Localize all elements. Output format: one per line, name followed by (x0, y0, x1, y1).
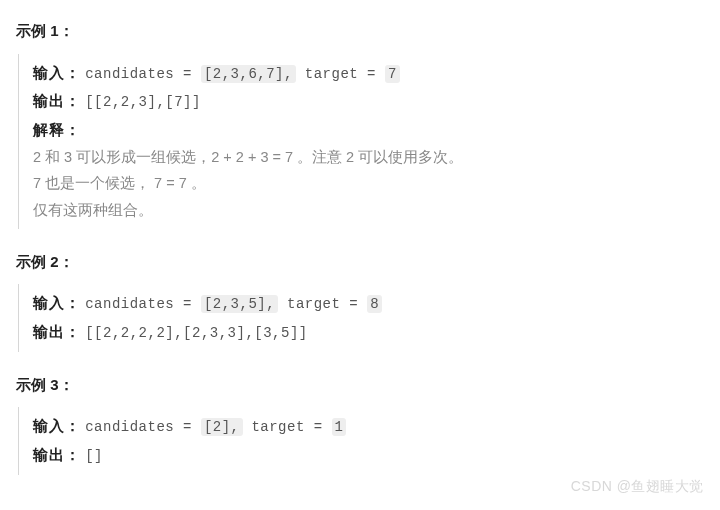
input-mid: target = (296, 66, 385, 82)
input-highlight-2: 7 (385, 65, 400, 83)
input-highlight-2: 8 (367, 295, 382, 313)
output-row: 输出： [[2,2,2,2],[2,3,3],[3,5]] (33, 319, 704, 346)
explain-row: 解释： (33, 117, 704, 143)
input-label: 输入： (33, 417, 81, 434)
explain-line: 2 和 3 可以形成一组候选，2 + 2 + 3 = 7 。注意 2 可以使用多… (33, 145, 704, 170)
example-heading: 示例 3： (16, 372, 704, 398)
example-block: 输入： candidates = [2,3,6,7], target = 7 输… (18, 54, 704, 229)
explain-line: 仅有这两种组合。 (33, 198, 704, 223)
output-value: [[2,2,3],[7]] (85, 94, 201, 110)
example-block: 输入： candidates = [2], target = 1 输出： [] (18, 407, 704, 475)
input-prefix: candidates = (85, 419, 201, 435)
input-label: 输入： (33, 64, 81, 81)
example-block: 输入： candidates = [2,3,5], target = 8 输出：… (18, 284, 704, 352)
output-label: 输出： (33, 323, 81, 340)
input-highlight: [2,3,5], (201, 295, 278, 313)
watermark: CSDN @鱼翅睡大觉 (571, 475, 704, 499)
example-heading: 示例 2： (16, 249, 704, 275)
input-label: 输入： (33, 294, 81, 311)
explain-label: 解释： (33, 121, 81, 138)
output-value: [] (85, 448, 103, 464)
input-highlight: [2,3,6,7], (201, 65, 296, 83)
input-row: 输入： candidates = [2,3,5], target = 8 (33, 290, 704, 317)
input-row: 输入： candidates = [2,3,6,7], target = 7 (33, 60, 704, 87)
input-prefix: candidates = (85, 296, 201, 312)
explain-line: 7 也是一个候选， 7 = 7 。 (33, 171, 704, 196)
output-row: 输出： [] (33, 442, 704, 469)
output-value: [[2,2,2,2],[2,3,3],[3,5]] (85, 325, 308, 341)
input-highlight: [2], (201, 418, 243, 436)
input-row: 输入： candidates = [2], target = 1 (33, 413, 704, 440)
input-highlight-2: 1 (332, 418, 347, 436)
output-row: 输出： [[2,2,3],[7]] (33, 88, 704, 115)
input-mid: target = (243, 419, 332, 435)
output-label: 输出： (33, 92, 81, 109)
input-prefix: candidates = (85, 66, 201, 82)
output-label: 输出： (33, 446, 81, 463)
example-heading: 示例 1： (16, 18, 704, 44)
input-mid: target = (278, 296, 367, 312)
